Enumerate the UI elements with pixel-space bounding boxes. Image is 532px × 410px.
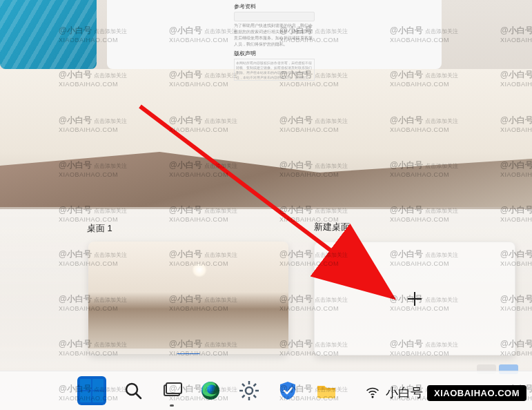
new-desktop-label: 新建桌面 xyxy=(314,221,350,233)
copyright-box: 本网站所有内容版权归原作者所有，未经授权不得转载、复制或建立镜像。如有侵权请及时… xyxy=(234,59,315,81)
search-button[interactable] xyxy=(121,379,145,402)
source-badge: 小白号 XIAOBAIHAO.COM xyxy=(364,384,526,402)
svg-line-14 xyxy=(254,384,257,387)
svg-line-13 xyxy=(254,396,257,398)
desktop-1-preview xyxy=(88,242,288,354)
svg-rect-5 xyxy=(166,383,181,393)
form-fineprint: 为了帮助用户快速找到需要的信息，我们会根据您的搜索词进行相关推荐，请查阅并同意后… xyxy=(234,23,315,48)
svg-point-16 xyxy=(371,396,373,398)
desktop-active-indicator xyxy=(177,353,200,354)
svg-line-3 xyxy=(136,393,141,398)
plus-icon xyxy=(408,292,422,306)
gear-icon xyxy=(237,379,261,402)
task-view-button[interactable] xyxy=(160,379,184,402)
taskview-window-thumb-left[interactable] xyxy=(0,0,97,69)
edge-button[interactable] xyxy=(199,379,222,402)
sun-icon xyxy=(192,262,207,277)
file-explorer-button[interactable] xyxy=(315,379,338,402)
taskview-window-thumb-right[interactable]: 参考资料 为了帮助用户快速找到需要的信息，我们会根据您的搜索词进行相关推荐，请查… xyxy=(107,0,442,69)
form-textarea xyxy=(234,12,315,21)
svg-point-7 xyxy=(246,387,253,394)
copyright-label: 版权声明 xyxy=(234,50,315,57)
new-desktop-button[interactable] xyxy=(314,242,515,355)
shield-icon xyxy=(276,379,299,402)
start-button[interactable] xyxy=(77,376,106,405)
task-view-icon xyxy=(160,379,184,402)
settings-button[interactable] xyxy=(237,379,261,402)
svg-line-15 xyxy=(242,396,245,398)
desktop-1-thumbnail[interactable] xyxy=(88,242,288,354)
badge-text: 小白号 xyxy=(386,384,423,401)
search-icon xyxy=(121,379,145,402)
wifi-icon xyxy=(364,384,382,402)
security-button[interactable] xyxy=(276,379,299,402)
edge-icon xyxy=(199,379,222,402)
svg-line-12 xyxy=(242,384,245,387)
form-section-label: 参考资料 xyxy=(234,3,315,10)
desktop-1-label: 桌面 1 xyxy=(87,222,112,235)
folder-icon xyxy=(315,379,338,402)
badge-domain: XIAOBAIHAO.COM xyxy=(427,385,526,401)
